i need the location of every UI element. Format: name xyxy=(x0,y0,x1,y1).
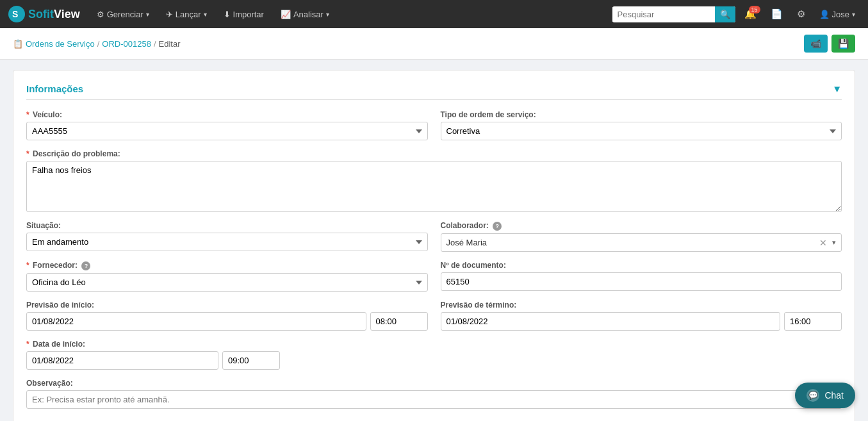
group-documento: Nº de documento: 65150 xyxy=(441,261,842,292)
search-input[interactable] xyxy=(612,7,715,22)
input-observacao[interactable] xyxy=(26,390,842,409)
select-fornecedor[interactable]: Oficina do Léo xyxy=(26,273,428,292)
row-observacao: Observação: xyxy=(26,379,842,409)
data-inicio-inputs: 01/08/2022 09:00 xyxy=(26,351,428,370)
label-data-inicio: * Data de início: xyxy=(26,340,428,349)
save-button[interactable]: 💾 xyxy=(831,35,855,53)
gear-icon: ⚙ xyxy=(97,10,104,19)
chevron-down-icon: ▾ xyxy=(204,11,207,18)
input-previsao-inicio-time[interactable]: 08:00 xyxy=(370,312,428,331)
breadcrumb: 📋 Ordens de Serviço / ORD-001258 / Edita… xyxy=(13,39,181,49)
group-fornecedor: * Fornecedor: ? Oficina do Léo xyxy=(26,261,428,292)
chart-icon: 📈 xyxy=(281,10,291,19)
form-card: Informações ▼ * Veículo: AAA5555 Tipo de… xyxy=(13,70,855,421)
nav-analisar[interactable]: 📈 Analisar ▾ xyxy=(274,6,336,23)
document-icon-btn[interactable]: 📄 xyxy=(766,6,788,22)
breadcrumb-actions: 📹 💾 xyxy=(804,35,855,53)
video-button[interactable]: 📹 xyxy=(804,35,828,53)
label-situacao: Situação: xyxy=(26,221,428,230)
select-situacao[interactable]: Em andamento xyxy=(26,233,428,251)
chevron-down-icon: ▾ xyxy=(146,11,149,18)
search-box[interactable]: 🔍 xyxy=(612,6,735,22)
nav-gerenciar[interactable]: ⚙ Gerenciar ▾ xyxy=(90,6,156,23)
breadcrumb-bar: 📋 Ordens de Serviço / ORD-001258 / Edita… xyxy=(0,28,868,60)
svg-text:S: S xyxy=(12,9,18,19)
input-data-inicio-date[interactable]: 01/08/2022 xyxy=(26,351,218,370)
label-tipo: Tipo de ordem de serviço: xyxy=(441,110,842,119)
label-observacao: Observação: xyxy=(26,379,842,388)
select-tipo[interactable]: Corretiva xyxy=(441,122,842,140)
input-previsao-inicio-date[interactable]: 01/08/2022 xyxy=(26,312,366,331)
logo-icon: S xyxy=(8,5,26,23)
row-situacao-colaborador: Situação: Em andamento Colaborador: ? Jo… xyxy=(26,221,842,252)
required-star-veiculo: * xyxy=(26,110,29,119)
row-veiculo-tipo: * Veículo: AAA5555 Tipo de ordem de serv… xyxy=(26,110,842,140)
breadcrumb-sep-1: / xyxy=(97,39,100,49)
label-documento: Nº de documento: xyxy=(441,261,842,270)
breadcrumb-page-icon: 📋 xyxy=(13,39,23,49)
chat-circle-icon: 💬 xyxy=(807,389,819,402)
user-menu[interactable]: 👤 Jose ▾ xyxy=(814,7,860,22)
logo-text: SofitView xyxy=(28,8,80,21)
chevron-down-icon: ▾ xyxy=(326,11,329,18)
notification-badge: 15 xyxy=(749,6,760,13)
notification-bell[interactable]: 🔔 15 xyxy=(739,6,762,22)
group-veiculo: * Veículo: AAA5555 xyxy=(26,110,428,140)
group-tipo: Tipo de ordem de serviço: Corretiva xyxy=(441,110,842,140)
section-title: Informações ▼ xyxy=(26,83,842,100)
group-descricao: * Descrição do problema: Falha nos freio… xyxy=(26,149,842,212)
breadcrumb-current: Editar xyxy=(159,39,181,49)
user-icon: 👤 xyxy=(819,10,830,19)
top-navigation: S SofitView ⚙ Gerenciar ▾ ✈ Lançar ▾ ⬇ I… xyxy=(0,0,868,28)
logo: S SofitView xyxy=(8,5,80,23)
colaborador-value: José Maria xyxy=(444,235,817,250)
breadcrumb-link-ord[interactable]: ORD-001258 xyxy=(102,39,151,49)
input-previsao-termino-time[interactable]: 16:00 xyxy=(784,312,842,331)
label-previsao-termino: Previsão de término: xyxy=(441,301,842,310)
textarea-descricao[interactable]: Falha nos freios xyxy=(26,161,842,212)
select-veiculo[interactable]: AAA5555 xyxy=(26,122,428,140)
label-colaborador: Colaborador: ? xyxy=(441,221,842,231)
group-situacao: Situação: Em andamento xyxy=(26,221,428,252)
required-star-descricao: * xyxy=(26,149,29,158)
breadcrumb-sep-2: / xyxy=(154,39,156,49)
nav-right-section: 🔍 🔔 15 📄 ⚙ 👤 Jose ▾ xyxy=(612,6,860,22)
group-previsao-termino: Previsão de término: 01/08/2022 16:00 xyxy=(441,301,842,331)
required-star-fornecedor: * xyxy=(26,261,29,270)
group-placeholder-right xyxy=(441,340,842,370)
colaborador-arrow-icon[interactable]: ▾ xyxy=(830,238,839,247)
info-icon-colaborador: ? xyxy=(493,222,502,231)
row-descricao: * Descrição do problema: Falha nos freio… xyxy=(26,149,842,212)
colaborador-clear-icon[interactable]: ✕ xyxy=(817,238,830,248)
label-descricao: * Descrição do problema: xyxy=(26,149,842,158)
row-previsao: Previsão de início: 01/08/2022 08:00 Pre… xyxy=(26,301,842,331)
nav-lancar[interactable]: ✈ Lançar ▾ xyxy=(160,6,213,23)
search-button[interactable]: 🔍 xyxy=(715,6,735,22)
required-star-data-inicio: * xyxy=(26,340,29,349)
info-icon-fornecedor: ? xyxy=(81,261,90,270)
chat-button[interactable]: 💬 Chat xyxy=(795,383,855,408)
input-data-inicio-time[interactable]: 09:00 xyxy=(222,351,280,370)
collapse-icon[interactable]: ▼ xyxy=(832,83,842,94)
input-previsao-termino-date[interactable]: 01/08/2022 xyxy=(441,312,781,331)
group-observacao: Observação: xyxy=(26,379,842,409)
previsao-termino-inputs: 01/08/2022 16:00 xyxy=(441,312,842,331)
colaborador-field[interactable]: José Maria ✕ ▾ xyxy=(441,233,842,252)
row-data-inicio: * Data de início: 01/08/2022 09:00 xyxy=(26,340,842,370)
settings-icon-btn[interactable]: ⚙ xyxy=(792,6,810,22)
main-content: Informações ▼ * Veículo: AAA5555 Tipo de… xyxy=(0,60,868,421)
input-documento[interactable]: 65150 xyxy=(441,272,842,291)
group-previsao-inicio: Previsão de início: 01/08/2022 08:00 xyxy=(26,301,428,331)
group-data-inicio: * Data de início: 01/08/2022 09:00 xyxy=(26,340,428,370)
label-veiculo: * Veículo: xyxy=(26,110,428,119)
label-previsao-inicio: Previsão de início: xyxy=(26,301,428,310)
breadcrumb-link-ordens[interactable]: Ordens de Serviço xyxy=(26,39,95,49)
launch-icon: ✈ xyxy=(166,10,173,19)
nav-importar[interactable]: ⬇ Importar xyxy=(217,6,270,23)
import-icon: ⬇ xyxy=(224,10,231,19)
label-fornecedor: * Fornecedor: ? xyxy=(26,261,428,270)
row-fornecedor-documento: * Fornecedor: ? Oficina do Léo Nº de doc… xyxy=(26,261,842,292)
group-colaborador: Colaborador: ? José Maria ✕ ▾ xyxy=(441,221,842,252)
chevron-down-icon: ▾ xyxy=(852,11,855,18)
chat-label: Chat xyxy=(824,390,844,400)
